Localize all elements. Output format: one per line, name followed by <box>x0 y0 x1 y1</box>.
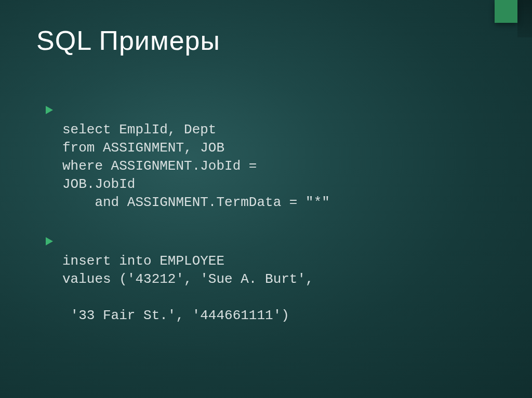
code-line: where ASSIGNMENT.JobId = <box>62 158 257 174</box>
slide: SQL Примеры select EmplId, Dept from ASS… <box>0 0 532 398</box>
bullet-triangle-icon <box>46 237 53 245</box>
code-line: '33 Fair St.', '444661111') <box>62 308 289 323</box>
code-line: insert into EMPLOYEE <box>62 253 224 269</box>
code-block: insert into EMPLOYEE values ('43212', 'S… <box>62 234 496 325</box>
slide-title: SQL Примеры <box>36 25 496 56</box>
bullet-triangle-icon <box>46 106 53 114</box>
code-line: select EmplId, Dept <box>62 122 216 138</box>
bullet-item: select EmplId, Dept from ASSIGNMENT, JOB… <box>62 103 496 212</box>
code-line: and ASSIGNMENT.TermData = "*" <box>62 195 330 210</box>
bullet-item: insert into EMPLOYEE values ('43212', 'S… <box>62 234 496 325</box>
code-line: JOB.JobId <box>62 176 135 192</box>
code-block: select EmplId, Dept from ASSIGNMENT, JOB… <box>62 103 496 212</box>
code-line: values ('43212', 'Sue A. Burt', <box>62 271 314 287</box>
code-line: from ASSIGNMENT, JOB <box>62 140 224 156</box>
slide-content: select EmplId, Dept from ASSIGNMENT, JOB… <box>36 103 496 325</box>
